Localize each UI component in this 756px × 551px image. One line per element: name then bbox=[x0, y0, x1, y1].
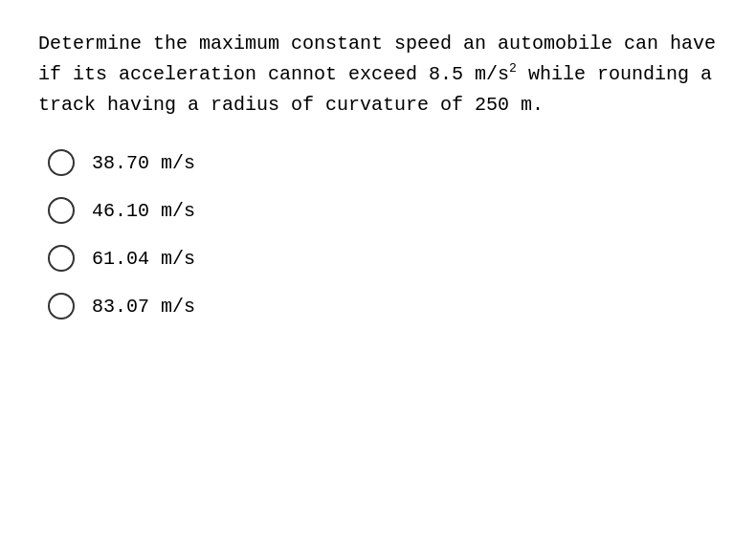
radio-circle-a[interactable] bbox=[48, 149, 75, 176]
superscript: 2 bbox=[509, 61, 517, 76]
radio-circle-c[interactable] bbox=[48, 245, 75, 272]
option-item-c[interactable]: 61.04 m/s bbox=[48, 245, 718, 272]
question-text: Determine the maximum constant speed an … bbox=[38, 29, 718, 121]
question-container: Determine the maximum constant speed an … bbox=[38, 29, 718, 320]
option-label-d: 83.07 m/s bbox=[92, 296, 195, 318]
option-label-c: 61.04 m/s bbox=[92, 248, 195, 270]
options-list: 38.70 m/s46.10 m/s61.04 m/s83.07 m/s bbox=[38, 149, 718, 320]
option-label-a: 38.70 m/s bbox=[92, 152, 195, 174]
radio-circle-d[interactable] bbox=[48, 293, 75, 320]
option-item-d[interactable]: 83.07 m/s bbox=[48, 293, 718, 320]
option-label-b: 46.10 m/s bbox=[92, 200, 195, 222]
option-item-a[interactable]: 38.70 m/s bbox=[48, 149, 718, 176]
radio-circle-b[interactable] bbox=[48, 197, 75, 224]
option-item-b[interactable]: 46.10 m/s bbox=[48, 197, 718, 224]
